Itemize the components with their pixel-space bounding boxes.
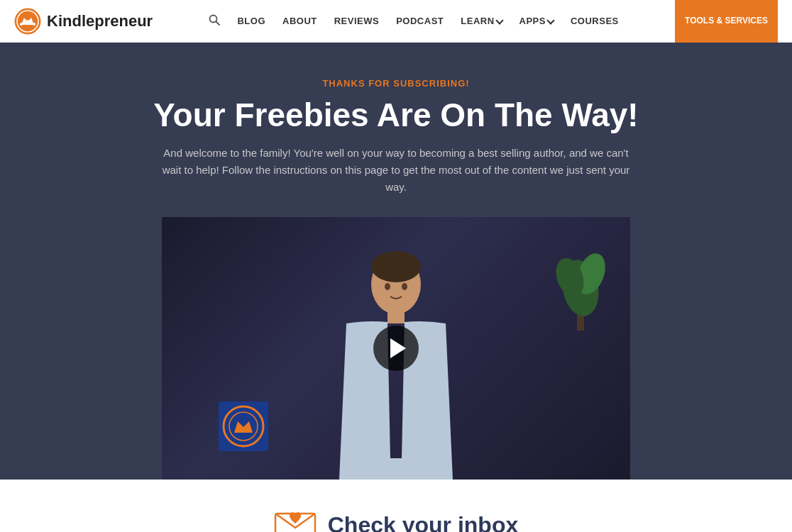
hero-subtitle: And welcome to the family! You're well o… bbox=[155, 145, 637, 196]
nav-about[interactable]: ABOUT bbox=[282, 16, 317, 26]
thanks-label: THANKS FOR SUBSCRIBING! bbox=[14, 78, 778, 89]
tools-services-button[interactable]: TOOLS & SERVICES bbox=[675, 0, 778, 43]
svg-point-15 bbox=[385, 283, 390, 290]
nav-blog[interactable]: BLOG bbox=[237, 16, 265, 26]
svg-point-5 bbox=[33, 23, 35, 26]
main-nav: BLOG ABOUT REVIEWS PODCAST LEARN APPS CO… bbox=[209, 14, 618, 28]
white-section: Check your inbox bbox=[0, 480, 792, 532]
hero-section: THANKS FOR SUBSCRIBING! Your Freebies Ar… bbox=[0, 43, 792, 480]
svg-point-4 bbox=[26, 20, 29, 23]
video-player[interactable] bbox=[162, 217, 630, 480]
logo-icon bbox=[14, 8, 41, 35]
learn-chevron-icon bbox=[495, 16, 503, 24]
svg-rect-17 bbox=[219, 401, 268, 451]
play-button[interactable] bbox=[373, 326, 419, 371]
nav-reviews[interactable]: REVIEWS bbox=[334, 16, 379, 26]
header: Kindlepreneur BLOG ABOUT REVIEWS PODCAST… bbox=[0, 0, 792, 43]
plant-decoration bbox=[552, 231, 609, 331]
apps-chevron-icon bbox=[546, 16, 554, 24]
nav-courses[interactable]: COURSES bbox=[571, 16, 619, 26]
svg-point-13 bbox=[371, 251, 421, 282]
logo-text: Kindlepreneur bbox=[47, 12, 153, 31]
check-inbox-heading: Check your inbox bbox=[328, 512, 519, 532]
search-icon[interactable] bbox=[209, 14, 220, 28]
logo-sign bbox=[219, 401, 268, 451]
check-inbox-area: Check your inbox bbox=[14, 508, 778, 532]
hero-title: Your Freebies Are On The Way! bbox=[14, 97, 778, 133]
nav-apps[interactable]: APPS bbox=[519, 16, 554, 26]
nav-podcast[interactable]: PODCAST bbox=[396, 16, 444, 26]
svg-point-16 bbox=[402, 283, 407, 290]
svg-rect-14 bbox=[387, 309, 405, 323]
envelope-icon bbox=[274, 508, 317, 532]
svg-point-3 bbox=[20, 23, 23, 26]
nav-learn[interactable]: LEARN bbox=[461, 16, 502, 26]
svg-line-7 bbox=[216, 21, 220, 25]
logo-area[interactable]: Kindlepreneur bbox=[14, 8, 153, 35]
